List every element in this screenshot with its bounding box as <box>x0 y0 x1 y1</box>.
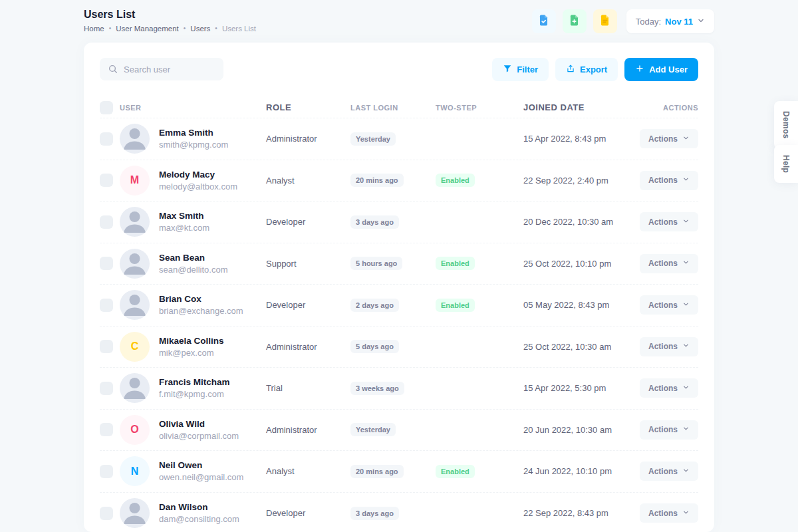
person-icon <box>120 124 150 154</box>
chevron-down-icon <box>682 384 690 393</box>
avatar[interactable] <box>120 249 150 279</box>
user-email: smith@kpmg.com <box>159 140 228 150</box>
breadcrumb-item[interactable]: User Management <box>116 25 179 33</box>
user-name-link[interactable]: Melody Macy <box>159 170 237 180</box>
user-email: mik@pex.com <box>159 348 224 358</box>
row-checkbox[interactable] <box>100 382 113 395</box>
user-meta: Olivia Wild olivia@corpmail.com <box>159 419 239 441</box>
filter-button[interactable]: Filter <box>492 58 549 81</box>
actions-button[interactable]: Actions <box>640 503 698 523</box>
header-joined-date[interactable]: JOINED DATE <box>523 102 642 112</box>
actions-button[interactable]: Actions <box>640 295 698 315</box>
user-email: melody@altbox.com <box>159 182 237 192</box>
user-meta: Francis Mitcham f.mit@kpmg.com <box>159 377 230 399</box>
chevron-down-icon <box>682 342 690 351</box>
avatar[interactable]: N <box>120 456 150 486</box>
user-name-link[interactable]: Brian Cox <box>159 294 243 304</box>
avatar[interactable] <box>120 498 150 528</box>
chevron-down-icon <box>682 301 690 310</box>
user-meta: Emma Smith smith@kpmg.com <box>159 128 228 150</box>
table-header: USER ROLE LAST LOGIN TWO-STEP JOINED DAT… <box>100 97 698 118</box>
date-value: Nov 11 <box>665 17 693 27</box>
user-name-link[interactable]: Emma Smith <box>159 128 228 138</box>
table-body: Emma Smith smith@kpmg.com Administrator … <box>100 118 698 532</box>
chevron-down-icon <box>697 17 705 27</box>
joined-date: 25 Oct 2022, 10:30 am <box>523 342 642 352</box>
row-checkbox[interactable] <box>100 465 113 478</box>
actions-button[interactable]: Actions <box>640 462 698 481</box>
user-name-link[interactable]: Sean Bean <box>159 253 228 263</box>
user-email: owen.neil@gmail.com <box>159 472 243 482</box>
user-name-link[interactable]: Francis Mitcham <box>159 377 230 387</box>
joined-date: 20 Jun 2022, 10:30 am <box>523 425 642 435</box>
last-login-badge: 20 mins ago <box>350 174 404 187</box>
two-step-badge: Enabled <box>436 257 475 270</box>
avatar[interactable]: C <box>120 332 150 362</box>
actions-button[interactable]: Actions <box>640 171 698 190</box>
avatar[interactable] <box>120 290 150 320</box>
breadcrumb-separator: • <box>109 25 112 32</box>
row-checkbox[interactable] <box>100 215 113 229</box>
user-role: Developer <box>266 508 350 518</box>
actions-button[interactable]: Actions <box>640 420 698 440</box>
last-login-badge: 5 days ago <box>350 340 399 353</box>
avatar[interactable] <box>120 207 150 237</box>
row-checkbox[interactable] <box>100 340 113 353</box>
header-last-login[interactable]: LAST LOGIN <box>350 104 436 112</box>
joined-date: 24 Jun 2022, 10:10 pm <box>523 466 642 476</box>
add-user-button[interactable]: Add User <box>624 58 698 81</box>
actions-button[interactable]: Actions <box>640 337 698 356</box>
last-login-badge: 20 mins ago <box>350 465 404 478</box>
user-name-link[interactable]: Neil Owen <box>159 460 243 470</box>
user-name-link[interactable]: Max Smith <box>159 211 209 221</box>
actions-button[interactable]: Actions <box>640 254 698 273</box>
avatar-initial: O <box>130 424 138 435</box>
header-role[interactable]: ROLE <box>266 102 350 112</box>
user-role: Analyst <box>266 466 350 476</box>
avatar[interactable]: O <box>120 415 150 445</box>
chevron-down-icon <box>682 467 690 476</box>
row-checkbox[interactable] <box>100 423 113 436</box>
avatar[interactable]: M <box>120 166 150 196</box>
file-plus-button[interactable] <box>563 9 587 33</box>
breadcrumb-item[interactable]: Home <box>84 25 104 33</box>
file-lines-button[interactable] <box>593 9 617 33</box>
last-login-badge: 3 days ago <box>350 215 399 229</box>
joined-date: 20 Dec 2022, 10:30 am <box>523 217 642 227</box>
person-icon <box>120 373 150 403</box>
actions-button-label: Actions <box>648 342 678 351</box>
user-email: f.mit@kpmg.com <box>159 389 230 399</box>
avatar[interactable] <box>120 124 150 154</box>
user-email: dam@consilting.com <box>159 514 239 524</box>
file-plus-icon <box>568 14 581 29</box>
date-picker-button[interactable]: Today: Nov 11 <box>626 9 714 33</box>
row-checkbox[interactable] <box>100 132 113 146</box>
filter-label: Filter <box>517 65 538 74</box>
actions-button[interactable]: Actions <box>640 129 698 148</box>
actions-button[interactable]: Actions <box>640 378 698 398</box>
plus-icon <box>635 64 644 75</box>
user-meta: Mikaela Collins mik@pex.com <box>159 336 224 358</box>
user-name-link[interactable]: Olivia Wild <box>159 419 239 429</box>
export-button[interactable]: Export <box>555 58 618 81</box>
header-two-step[interactable]: TWO-STEP <box>436 104 523 112</box>
actions-button[interactable]: Actions <box>640 212 698 231</box>
row-checkbox[interactable] <box>100 174 113 187</box>
person-icon <box>120 249 150 279</box>
page: Users List Home•User Management•Users•Us… <box>0 0 798 532</box>
user-name-link[interactable]: Mikaela Collins <box>159 336 224 346</box>
select-all-checkbox[interactable] <box>100 101 113 114</box>
file-check-button[interactable] <box>532 9 556 33</box>
row-checkbox[interactable] <box>100 299 113 312</box>
chevron-down-icon <box>682 134 690 144</box>
avatar[interactable] <box>120 373 150 403</box>
demos-tab[interactable]: Demos <box>774 101 798 149</box>
header-user[interactable]: USER <box>120 104 266 112</box>
user-role: Support <box>266 259 350 269</box>
help-tab[interactable]: Help <box>774 145 798 183</box>
row-checkbox[interactable] <box>100 257 113 270</box>
person-icon <box>120 207 150 237</box>
row-checkbox[interactable] <box>100 507 113 520</box>
breadcrumb-item[interactable]: Users <box>190 25 210 33</box>
user-name-link[interactable]: Dan Wilson <box>159 502 239 512</box>
